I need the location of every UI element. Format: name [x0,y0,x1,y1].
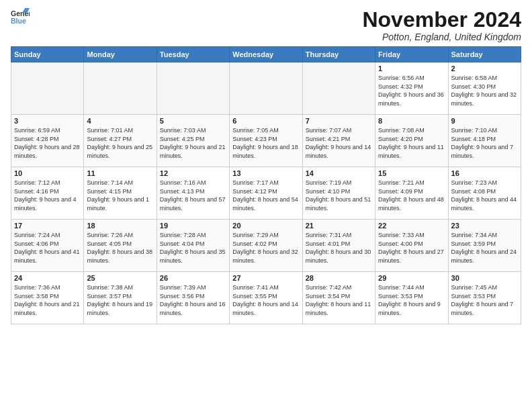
logo: General Blue [11,8,30,27]
svg-text:Blue: Blue [11,17,26,25]
day-number: 14 [306,169,372,177]
calendar-week-2: 3 Sunrise: 6:59 AMSunset: 4:28 PMDayligh… [11,115,521,167]
day-info: Sunrise: 7:19 AMSunset: 4:10 PMDaylight:… [306,179,372,212]
calendar-cell: 6 Sunrise: 7:05 AMSunset: 4:23 PMDayligh… [230,115,302,167]
calendar-cell: 22 Sunrise: 7:33 AMSunset: 4:00 PMDaylig… [375,220,448,272]
calendar-cell: 29 Sunrise: 7:44 AMSunset: 3:53 PMDaylig… [375,272,448,324]
day-number: 7 [306,117,372,125]
day-info: Sunrise: 7:23 AMSunset: 4:08 PMDaylight:… [451,179,518,212]
day-info: Sunrise: 7:10 AMSunset: 4:18 PMDaylight:… [451,126,518,160]
calendar-cell: 3 Sunrise: 6:59 AMSunset: 4:28 PMDayligh… [11,115,84,167]
header: General Blue November 2024 Potton, Engla… [11,8,521,42]
col-saturday: Saturday [448,47,521,62]
day-info: Sunrise: 6:58 AMSunset: 4:30 PMDaylight:… [451,74,518,107]
calendar-cell [11,62,84,115]
calendar-cell: 4 Sunrise: 7:01 AMSunset: 4:27 PMDayligh… [84,115,157,167]
day-number: 29 [378,274,445,282]
month-title: November 2024 [362,8,521,32]
col-tuesday: Tuesday [157,47,229,62]
day-number: 23 [451,222,518,230]
calendar-cell: 24 Sunrise: 7:36 AMSunset: 3:58 PMDaylig… [11,272,84,324]
col-monday: Monday [84,47,157,62]
day-info: Sunrise: 7:39 AMSunset: 3:56 PMDaylight:… [160,283,226,317]
day-number: 20 [232,222,299,230]
day-number: 22 [378,222,445,230]
calendar-cell: 26 Sunrise: 7:39 AMSunset: 3:56 PMDaylig… [157,272,229,324]
calendar-cell: 27 Sunrise: 7:41 AMSunset: 3:55 PMDaylig… [230,272,302,324]
day-info: Sunrise: 7:33 AMSunset: 4:00 PMDaylight:… [378,231,445,265]
day-number: 8 [378,117,445,125]
day-number: 10 [14,169,81,177]
day-number: 4 [87,117,153,125]
calendar-cell: 11 Sunrise: 7:14 AMSunset: 4:15 PMDaylig… [84,167,157,220]
day-number: 28 [306,274,372,282]
calendar-week-1: 1 Sunrise: 6:56 AMSunset: 4:32 PMDayligh… [11,62,521,115]
calendar-cell: 2 Sunrise: 6:58 AMSunset: 4:30 PMDayligh… [448,62,521,115]
day-number: 30 [451,274,518,282]
day-number: 3 [14,117,81,125]
day-info: Sunrise: 7:28 AMSunset: 4:04 PMDaylight:… [160,231,226,265]
day-number: 16 [451,169,518,177]
calendar-cell: 1 Sunrise: 6:56 AMSunset: 4:32 PMDayligh… [375,62,448,115]
day-number: 24 [14,274,81,282]
calendar-cell: 19 Sunrise: 7:28 AMSunset: 4:04 PMDaylig… [157,220,229,272]
day-info: Sunrise: 7:01 AMSunset: 4:27 PMDaylight:… [87,126,153,160]
calendar-cell: 23 Sunrise: 7:34 AMSunset: 3:59 PMDaylig… [448,220,521,272]
day-info: Sunrise: 7:07 AMSunset: 4:21 PMDaylight:… [306,126,372,160]
calendar-cell: 20 Sunrise: 7:29 AMSunset: 4:02 PMDaylig… [230,220,302,272]
day-info: Sunrise: 7:08 AMSunset: 4:20 PMDaylight:… [378,126,445,160]
day-info: Sunrise: 7:31 AMSunset: 4:01 PMDaylight:… [306,231,372,265]
col-friday: Friday [375,47,448,62]
calendar-cell: 7 Sunrise: 7:07 AMSunset: 4:21 PMDayligh… [302,115,375,167]
header-row: Sunday Monday Tuesday Wednesday Thursday… [11,47,521,62]
day-info: Sunrise: 7:14 AMSunset: 4:15 PMDaylight:… [87,179,153,212]
day-number: 21 [306,222,372,230]
day-info: Sunrise: 7:41 AMSunset: 3:55 PMDaylight:… [232,283,299,317]
calendar-cell [84,62,157,115]
calendar-cell: 15 Sunrise: 7:21 AMSunset: 4:09 PMDaylig… [375,167,448,220]
calendar-week-3: 10 Sunrise: 7:12 AMSunset: 4:16 PMDaylig… [11,167,521,220]
day-number: 6 [232,117,299,125]
col-wednesday: Wednesday [230,47,302,62]
calendar-cell: 8 Sunrise: 7:08 AMSunset: 4:20 PMDayligh… [375,115,448,167]
day-info: Sunrise: 7:34 AMSunset: 3:59 PMDaylight:… [451,231,518,265]
day-number: 25 [87,274,153,282]
col-sunday: Sunday [11,47,84,62]
day-info: Sunrise: 7:24 AMSunset: 4:06 PMDaylight:… [14,231,81,265]
calendar-cell: 21 Sunrise: 7:31 AMSunset: 4:01 PMDaylig… [302,220,375,272]
day-info: Sunrise: 7:45 AMSunset: 3:53 PMDaylight:… [451,283,518,317]
day-number: 19 [160,222,226,230]
day-info: Sunrise: 7:26 AMSunset: 4:05 PMDaylight:… [87,231,153,265]
logo-icon: General Blue [11,8,30,27]
day-number: 12 [160,169,226,177]
calendar-week-4: 17 Sunrise: 7:24 AMSunset: 4:06 PMDaylig… [11,220,521,272]
calendar-cell [157,62,229,115]
day-info: Sunrise: 6:56 AMSunset: 4:32 PMDaylight:… [378,74,445,107]
calendar-cell: 14 Sunrise: 7:19 AMSunset: 4:10 PMDaylig… [302,167,375,220]
day-number: 11 [87,169,153,177]
day-number: 1 [378,64,445,73]
calendar-cell [302,62,375,115]
day-number: 9 [451,117,518,125]
day-info: Sunrise: 7:16 AMSunset: 4:13 PMDaylight:… [160,179,226,212]
day-info: Sunrise: 7:12 AMSunset: 4:16 PMDaylight:… [14,179,81,212]
day-number: 26 [160,274,226,282]
day-info: Sunrise: 7:17 AMSunset: 4:12 PMDaylight:… [232,179,299,212]
calendar-cell: 13 Sunrise: 7:17 AMSunset: 4:12 PMDaylig… [230,167,302,220]
day-info: Sunrise: 7:05 AMSunset: 4:23 PMDaylight:… [232,126,299,160]
day-number: 17 [14,222,81,230]
calendar-table: Sunday Monday Tuesday Wednesday Thursday… [11,46,521,324]
day-info: Sunrise: 7:38 AMSunset: 3:57 PMDaylight:… [87,283,153,317]
calendar-cell: 5 Sunrise: 7:03 AMSunset: 4:25 PMDayligh… [157,115,229,167]
day-info: Sunrise: 7:44 AMSunset: 3:53 PMDaylight:… [378,283,445,317]
calendar-cell: 25 Sunrise: 7:38 AMSunset: 3:57 PMDaylig… [84,272,157,324]
day-info: Sunrise: 7:03 AMSunset: 4:25 PMDaylight:… [160,126,226,160]
day-number: 2 [451,64,518,73]
day-number: 18 [87,222,153,230]
calendar-cell: 10 Sunrise: 7:12 AMSunset: 4:16 PMDaylig… [11,167,84,220]
day-info: Sunrise: 7:42 AMSunset: 3:54 PMDaylight:… [306,283,372,317]
title-block: November 2024 Potton, England, United Ki… [362,8,521,42]
calendar-cell: 12 Sunrise: 7:16 AMSunset: 4:13 PMDaylig… [157,167,229,220]
calendar-cell: 17 Sunrise: 7:24 AMSunset: 4:06 PMDaylig… [11,220,84,272]
day-number: 5 [160,117,226,125]
